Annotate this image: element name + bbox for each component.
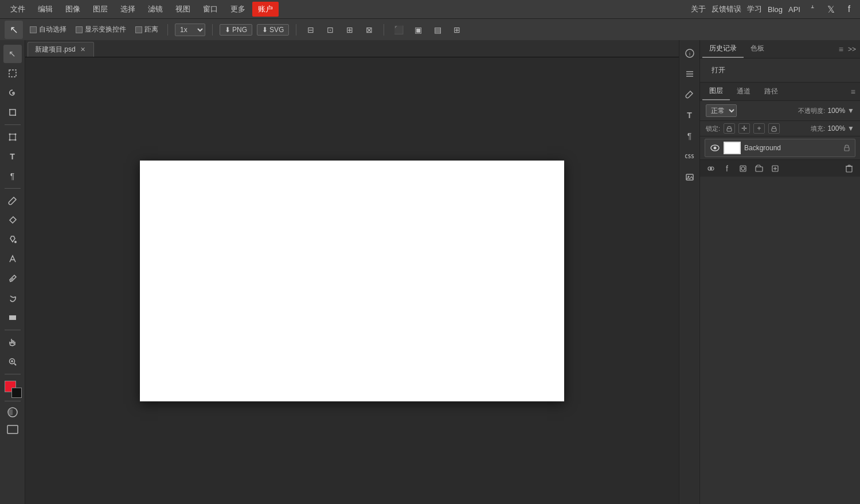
distance-toggle[interactable]: 距离 (133, 24, 161, 36)
fill-label: 填充: (811, 124, 825, 133)
show-transform-checkbox[interactable] (76, 26, 83, 33)
lock-pixels-button[interactable] (724, 123, 735, 134)
tab-history[interactable]: 历史记录 (702, 40, 744, 58)
panel-collapse-icon[interactable]: >> (846, 43, 858, 56)
tool-smudge[interactable] (3, 289, 22, 307)
menu-edit[interactable]: 编辑 (32, 2, 58, 17)
quick-mask-button[interactable] (3, 404, 22, 420)
align-left-button[interactable]: ⊟ (303, 22, 318, 37)
fill-dropdown-icon[interactable]: ▼ (847, 124, 854, 132)
tool-text[interactable]: T (3, 147, 22, 166)
align-right-button[interactable]: ⊞ (342, 22, 357, 37)
export-png-button[interactable]: ⬇ PNG (220, 24, 252, 36)
rstrip-css-icon[interactable]: CSS (681, 148, 698, 165)
menu-blog[interactable]: Blog (768, 5, 783, 14)
svg-rect-1 (10, 134, 15, 140)
tool-eyedropper[interactable] (3, 269, 22, 288)
tool-pen[interactable] (3, 250, 22, 268)
layer-mode-select[interactable]: 正常 (706, 104, 737, 117)
menu-view[interactable]: 视图 (170, 2, 196, 17)
link-layers-icon[interactable] (705, 162, 717, 175)
tool-marquee[interactable] (3, 64, 22, 83)
auto-select-checkbox[interactable] (30, 26, 37, 33)
lock-all-button[interactable] (768, 123, 780, 134)
rstrip-info-icon[interactable]: i (681, 45, 698, 62)
menu-layer[interactable]: 图层 (87, 2, 114, 17)
tool-paragraph[interactable]: ¶ (3, 167, 22, 185)
rstrip-text-icon[interactable]: T (681, 107, 698, 124)
distance-checkbox[interactable] (135, 26, 142, 33)
layer-row[interactable]: Background (705, 139, 855, 157)
tab-layers[interactable]: 图层 (702, 83, 730, 100)
arrange-button-4[interactable]: ⊞ (449, 22, 464, 37)
zoom-select[interactable]: 1x 2x 0.5x (175, 24, 205, 36)
tool-eraser[interactable] (3, 211, 22, 229)
tab-swatches[interactable]: 色板 (744, 40, 771, 58)
export-svg-button[interactable]: ⬇ SVG (257, 24, 289, 36)
tool-shape[interactable] (3, 308, 22, 327)
menu-file[interactable]: 文件 (5, 2, 31, 17)
toolbar: ↖ 自动选择 显示变换控件 距离 1x 2x 0.5x ⬇ PNG ⬇ SVG … (0, 18, 860, 40)
lock-label: 锁定: (706, 124, 720, 133)
add-mask-icon[interactable] (737, 162, 749, 175)
tab-close-button[interactable]: ✕ (79, 45, 87, 54)
layer-visibility-toggle[interactable] (710, 143, 720, 153)
tool-transform[interactable] (3, 128, 22, 146)
tool-crop[interactable] (3, 103, 22, 122)
tool-brush[interactable] (3, 192, 22, 210)
history-panel-menu-icon[interactable]: ≡ (836, 42, 846, 56)
svg-point-4 (9, 139, 10, 141)
twitter-icon[interactable]: 𝕏 (824, 3, 837, 15)
lock-position-button[interactable]: ✛ (738, 123, 750, 134)
svg-line-11 (14, 364, 16, 365)
menu-filter[interactable]: 滤镜 (142, 2, 169, 17)
history-item-open[interactable]: 打开 (707, 63, 854, 77)
new-group-icon[interactable] (753, 162, 765, 175)
menu-window[interactable]: 窗口 (197, 2, 224, 17)
main-area: ↖ T ¶ (0, 40, 860, 504)
delete-layer-icon[interactable] (843, 162, 855, 175)
background-color[interactable] (11, 388, 22, 398)
rstrip-brush-icon[interactable] (681, 86, 698, 103)
tool-fill[interactable] (3, 230, 22, 249)
color-swatches (3, 380, 22, 398)
menu-image[interactable]: 图像 (60, 2, 86, 17)
show-transform-toggle[interactable]: 显示变换控件 (73, 24, 128, 36)
menu-select[interactable]: 选择 (115, 2, 141, 17)
auto-select-toggle[interactable]: 自动选择 (28, 24, 69, 36)
layers-panel-menu-icon[interactable]: ≡ (849, 85, 858, 99)
rstrip-paragraph-icon[interactable]: ¶ (681, 127, 698, 144)
menu-account[interactable]: 账户 (252, 2, 279, 17)
tool-hand[interactable] (3, 333, 22, 351)
svg-point-6 (14, 241, 17, 243)
tab-channels[interactable]: 通道 (730, 83, 757, 100)
history-content: 打开 (700, 58, 860, 82)
menu-more[interactable]: 更多 (225, 2, 251, 17)
menu-api[interactable]: API (788, 5, 800, 14)
rstrip-properties-icon[interactable] (681, 65, 698, 83)
screen-mode-button[interactable] (3, 421, 22, 437)
arrange-button-1[interactable]: ⬛ (391, 22, 406, 37)
menu-learn[interactable]: 学习 (747, 4, 762, 14)
canvas-viewport (25, 57, 679, 504)
align-center-button[interactable]: ⊡ (323, 22, 338, 37)
fill-group: 填充: 100% ▼ (811, 124, 854, 133)
menu-feedback[interactable]: 反馈错误 (712, 4, 741, 14)
distribute-button[interactable]: ⊠ (362, 22, 377, 37)
facebook-icon[interactable]: f (843, 3, 855, 15)
layer-style-icon[interactable]: f (721, 162, 733, 175)
tool-move[interactable]: ↖ (3, 45, 22, 63)
new-layer-icon[interactable] (769, 162, 781, 175)
reddit-icon[interactable]: ᗮ (806, 3, 819, 15)
arrange-button-2[interactable]: ▣ (411, 22, 425, 37)
tab-paths[interactable]: 路径 (757, 83, 785, 100)
tool-zoom[interactable] (3, 353, 22, 371)
rstrip-image-icon[interactable] (681, 169, 698, 186)
svg-point-5 (14, 139, 16, 141)
tab-document[interactable]: 新建项目.psd ✕ (28, 42, 94, 57)
lock-artboard-button[interactable]: + (753, 123, 765, 134)
opacity-dropdown-icon[interactable]: ▼ (847, 107, 854, 115)
tool-lasso[interactable] (3, 84, 22, 102)
arrange-button-3[interactable]: ▤ (430, 22, 445, 37)
menu-about[interactable]: 关于 (691, 4, 706, 14)
